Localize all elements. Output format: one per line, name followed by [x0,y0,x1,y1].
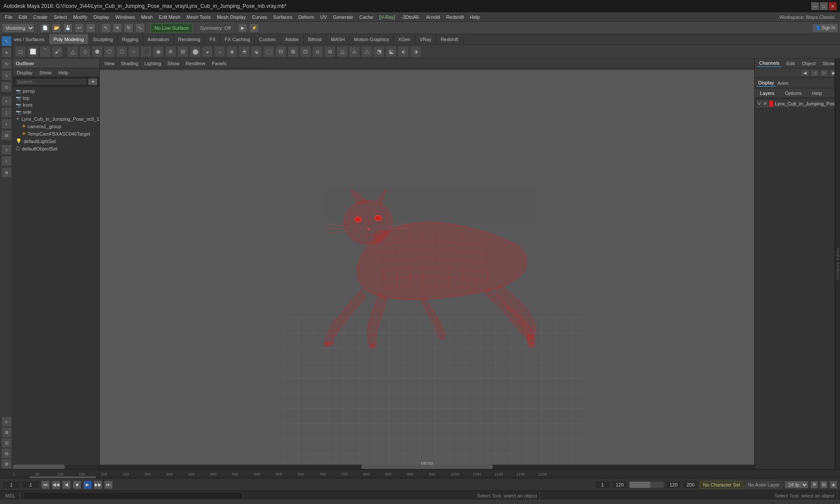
menu-cache[interactable]: Cache [356,12,376,21]
prev-frame-btn[interactable]: ⏮ [41,480,50,489]
move-mode-btn[interactable]: ✛ [1,47,12,58]
play-fwd-btn[interactable]: ▶ [83,480,92,489]
tree-item-lynx[interactable]: ▼ Lynx_Cub_in_Jumping_Pose_nclI_1 [13,116,99,122]
no-anim-layer-label[interactable]: No Anim Layer [745,481,783,489]
menu-redshift[interactable]: Redshift [443,12,467,21]
tab-fx[interactable]: FX [205,34,220,44]
redo-btn[interactable]: ↪ [86,23,95,33]
viewport-canvas[interactable]: front persp [100,70,754,469]
save-scene-btn[interactable]: 💾 [63,23,73,33]
next-frame-btn[interactable]: ⏭ [104,480,113,489]
start-frame-field[interactable] [595,481,610,489]
select-tool-btn[interactable]: ↖ [101,23,111,33]
help-tab[interactable]: Help [808,88,826,98]
fps-selector[interactable]: 24 fps [784,481,808,489]
tab-fx-caching[interactable]: FX Caching [220,34,255,44]
mesh-icon-20[interactable]: ⊡ [300,46,311,57]
timeline-ruler[interactable]: 1 50 100 150 200 250 300 350 400 450 500… [0,470,840,479]
menu-uv[interactable]: UV [317,12,330,21]
mesh-icon-21[interactable]: ⧈ [312,46,323,57]
maximize-button[interactable]: □ [820,2,828,10]
menu-mesh-display[interactable]: Mesh Display [214,12,249,21]
outliner-tab-help[interactable]: Help [55,68,72,77]
rp-icon-2[interactable]: ◁ [810,70,819,77]
menu-edit[interactable]: Edit [16,12,30,21]
viewport-scroll-x[interactable] [100,465,754,469]
display-tab[interactable]: Display [756,79,776,87]
rotate-tool-btn[interactable]: ↻ [124,23,133,33]
close-button[interactable]: ✕ [829,2,836,10]
outliner-search-input[interactable] [15,78,87,85]
options-tab[interactable]: Options [781,88,805,98]
menu-mesh[interactable]: Mesh [138,12,156,21]
mesh-icon-9[interactable]: ⊕ [165,46,176,57]
box-select-btn[interactable]: ⬜ [27,46,38,57]
menu-select[interactable]: Select [51,12,70,21]
playback-extra-btn[interactable]: ⊟ [820,481,828,489]
tree-item-side[interactable]: 📷 side [13,108,99,116]
layer-btn-3[interactable]: ⊟ [1,438,12,448]
menu-vray[interactable]: [V-Ray] [376,12,398,21]
lasso-btn[interactable]: ⌒ [39,46,51,57]
menu-deform[interactable]: Deform [295,12,317,21]
mesh-icon-17[interactable]: ⬚ [263,46,274,57]
rpanel-edit[interactable]: Edit [784,60,796,67]
tab-rigging[interactable]: Rigging [118,34,143,44]
mesh-icon-7[interactable]: ⬛ [140,46,152,57]
layers-tab[interactable]: Layers [756,88,778,98]
mesh-icon-3[interactable]: ⬟ [91,46,103,57]
stop-btn[interactable]: ■ [73,480,81,489]
rp-icon-1[interactable]: ◀ [801,70,809,77]
snap-curve-btn[interactable]: ⌇ [1,156,12,166]
mesh-icon-6[interactable]: ○ [128,46,140,57]
tree-item-top[interactable]: 📷 top [13,94,99,102]
tab-sculpting[interactable]: Sculpting [89,34,118,44]
play-back-btn[interactable]: ◀ [62,480,71,489]
frame-input-2[interactable] [22,481,39,489]
no-char-set-label[interactable]: No Character Set [700,481,743,489]
anim-tab[interactable]: Anim [776,80,790,87]
snap-grid-btn[interactable]: ⊹ [1,144,12,155]
timeline-scroll[interactable] [13,476,840,478]
menu-surfaces[interactable]: Surfaces [270,12,295,21]
mesh-icon-24[interactable]: ⧌ [349,46,360,57]
open-scene-btn[interactable]: 📂 [52,23,61,33]
menu-help[interactable]: Help [467,12,483,21]
tab-redshift[interactable]: Redshift [436,34,463,44]
minimize-button[interactable]: — [811,2,819,10]
move-tool-btn[interactable]: ✛ [112,23,122,33]
snap-point-btn[interactable]: ⊕ [1,167,12,178]
mesh-icon-16[interactable]: ⬙ [251,46,262,57]
tab-xgen[interactable]: XGen [394,34,415,44]
component-vert-btn[interactable]: • [1,96,12,106]
scale-mode-btn[interactable]: ⤡ [1,70,12,80]
mesh-icon-22[interactable]: ⧉ [324,46,336,57]
mesh-icon-27[interactable]: ⬕ [385,46,397,57]
playback-range[interactable] [629,481,664,488]
vpm-panels[interactable]: Panels [209,59,229,68]
playback-anim-btn[interactable]: ◈ [830,481,837,489]
component-face-btn[interactable]: ▪ [1,119,12,129]
mode-selector[interactable]: Modeling [2,23,35,33]
mesh-icon-14[interactable]: ◈ [226,46,238,57]
tree-item-tempcam[interactable]: ✳ TempCamFBXASC046Target [13,130,99,137]
menu-arnold[interactable]: Arnold [423,12,443,21]
new-scene-btn[interactable]: 📄 [40,23,50,33]
mesh-icon-19[interactable]: ⊠ [287,46,299,57]
menu-mesh-tools[interactable]: Mesh Tools [183,12,214,21]
mesh-icon-10[interactable]: ⊞ [177,46,189,57]
menu-create[interactable]: Create [30,12,51,21]
render-btn[interactable]: ▶ [238,23,248,33]
mesh-icon-18[interactable]: ⊟ [275,46,287,57]
mesh-icon-11[interactable]: ⬤ [189,46,201,57]
rpanel-show[interactable]: Show [821,60,836,67]
tree-item-camera-group[interactable]: ✳ camera1_group [13,122,99,130]
layer-btn-5[interactable]: ⊠ [1,458,12,469]
outliner-filter-btn[interactable]: ▾ [88,78,98,85]
mesh-icon-26[interactable]: ⬔ [373,46,385,57]
current-frame-input[interactable] [3,481,20,489]
step-back-btn[interactable]: ◀◀ [52,480,60,489]
menu-edit-mesh[interactable]: Edit Mesh [156,12,183,21]
mesh-icon-2[interactable]: ◇ [79,46,91,57]
tab-poly-modeling[interactable]: Poly Modeling [49,34,88,44]
